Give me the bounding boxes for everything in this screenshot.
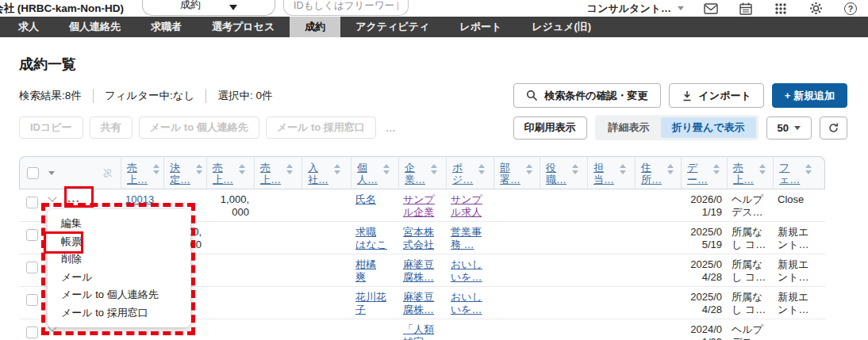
collapsed-view-button[interactable]: 折り畳んで表示 — [661, 117, 756, 138]
column-label[interactable]: 部 署… — [500, 162, 520, 185]
column-label[interactable]: 売 上… — [213, 162, 233, 185]
record-link[interactable]: 麻婆豆 腐株… — [403, 258, 434, 283]
user-menu[interactable]: コンサルタント… — [587, 2, 684, 16]
print-view-button[interactable]: 印刷用表示 — [513, 117, 587, 139]
row-checkbox[interactable] — [26, 327, 38, 338]
tab-candidates[interactable]: 求職者 — [136, 17, 197, 37]
sort-icon[interactable] — [713, 164, 720, 174]
sort-icon[interactable] — [239, 164, 245, 174]
column-header-kettei[interactable]: 決 定… — [163, 156, 206, 189]
menu-item-mail[interactable]: メール — [48, 269, 190, 287]
record-link[interactable]: 柑橘 爽 — [355, 258, 376, 283]
sort-icon[interactable] — [667, 164, 674, 174]
column-header-busho[interactable]: 部 署… — [494, 156, 540, 189]
row-checkbox[interactable] — [26, 197, 38, 208]
column-label[interactable]: ポ ジ… — [452, 162, 473, 185]
column-header-date[interactable]: デ ー… — [681, 156, 727, 189]
record-link[interactable]: サンプ ル求人 — [451, 193, 482, 218]
column-header-yakushoku[interactable]: 役 職… — [540, 156, 587, 189]
apps-grid-icon[interactable] — [773, 2, 789, 16]
mail-icon[interactable] — [703, 2, 719, 16]
sort-icon[interactable] — [334, 164, 340, 174]
column-label[interactable]: フ ェ… — [779, 162, 800, 185]
sort-icon[interactable] — [620, 164, 626, 174]
row-more-button[interactable]: ... — [67, 192, 80, 204]
column-header-uriage-2[interactable]: 売 上… — [254, 156, 301, 189]
tab-selection-process[interactable]: 選考プロセス — [197, 17, 290, 37]
search-conditions-button[interactable]: 検索条件の確認・変更 — [513, 83, 660, 108]
column-header-kojin[interactable]: 個 人… — [351, 156, 398, 189]
column-label[interactable]: 住 所… — [641, 162, 662, 185]
column-label[interactable]: 決 定… — [170, 162, 190, 185]
detail-view-button[interactable]: 詳細表示 — [597, 117, 661, 138]
menu-item-delete[interactable]: 削除 — [48, 250, 190, 269]
sort-icon[interactable] — [526, 164, 532, 174]
record-link[interactable]: 求職 はなこ — [355, 226, 387, 250]
column-header-uriage-1[interactable]: 売 上… — [206, 156, 254, 189]
column-header-jusho[interactable]: 住 所… — [635, 156, 681, 189]
tab-activity[interactable]: アクティビティ — [340, 17, 444, 37]
import-button[interactable]: インポート — [669, 83, 764, 108]
sort-icon[interactable] — [759, 164, 766, 174]
record-link[interactable]: サンプ ル企業 — [403, 193, 435, 218]
select-menu-caret-icon[interactable] — [48, 171, 55, 175]
record-link[interactable]: 「人類 補完… — [403, 323, 434, 340]
sort-icon[interactable] — [431, 164, 437, 174]
column-header-uriage-3[interactable]: 売 上… — [727, 156, 773, 189]
column-header-kigyo[interactable]: 企 業… — [398, 156, 446, 189]
menu-item-mail-to-contact[interactable]: メール to 個人連絡先 — [48, 286, 190, 304]
column-label[interactable]: 売 上… — [733, 162, 754, 185]
record-link[interactable]: 花川花 子 — [355, 291, 386, 315]
menu-item-form[interactable]: 帳票 — [48, 233, 190, 251]
sort-icon[interactable] — [805, 164, 812, 174]
tab-placements[interactable]: 成約 — [290, 17, 340, 37]
sort-icon[interactable] — [572, 164, 578, 174]
record-link[interactable]: おいし いを… — [451, 258, 482, 283]
column-label[interactable]: 入 社… — [308, 162, 328, 185]
sort-icon[interactable] — [383, 164, 390, 174]
column-label[interactable]: 売 上… — [127, 162, 148, 185]
unlink-icon[interactable] — [102, 167, 113, 179]
sort-icon[interactable] — [478, 164, 485, 174]
global-search-input[interactable] — [283, 0, 409, 16]
tab-jobs[interactable]: 求人 — [3, 17, 54, 37]
record-link[interactable]: 10013 — [125, 193, 154, 205]
column-label[interactable]: 担 当… — [593, 162, 614, 185]
sort-icon[interactable] — [196, 164, 202, 174]
row-checkbox[interactable] — [26, 294, 38, 306]
column-label[interactable]: 役 職… — [546, 162, 567, 185]
column-label[interactable]: 企 業… — [405, 162, 425, 185]
record-link[interactable]: おいし いを… — [451, 291, 482, 315]
sort-icon[interactable] — [153, 164, 159, 174]
menu-item-mail-to-hiring-window[interactable]: メール to 採用窓口 — [48, 304, 190, 323]
column-label[interactable]: 個 人… — [357, 162, 378, 185]
row-checkbox[interactable] — [26, 262, 38, 273]
column-header-nyusha[interactable]: 入 社… — [301, 156, 351, 189]
sort-icon[interactable] — [286, 164, 293, 174]
column-label[interactable]: デ ー… — [687, 162, 708, 185]
select-all-checkbox[interactable] — [27, 167, 39, 179]
settings-gear-icon[interactable] — [808, 2, 824, 16]
tab-report[interactable]: レポート — [444, 17, 517, 37]
record-link[interactable]: 営業事 務 … — [451, 226, 482, 250]
menu-item-edit[interactable]: 編集 — [48, 215, 190, 233]
column-header-tanto[interactable]: 担 当… — [587, 156, 635, 189]
record-link[interactable]: 氏名 — [355, 193, 376, 205]
column-header-position[interactable]: ポ ジ… — [446, 156, 494, 189]
refresh-button[interactable] — [820, 117, 847, 139]
column-header-phase[interactable]: フ ェ… — [773, 156, 825, 189]
page-size-select[interactable]: 50 — [766, 117, 812, 139]
record-link[interactable]: 宮本株 式会社 — [403, 226, 434, 250]
tab-resume-old[interactable]: レジュメ(旧) — [517, 17, 606, 37]
row-checkbox[interactable] — [26, 229, 38, 241]
column-label[interactable]: 売 上… — [260, 162, 281, 185]
tab-personal-contacts[interactable]: 個人連絡先 — [54, 17, 136, 37]
column-header-sales-id[interactable]: 売 上… — [121, 156, 163, 189]
module-select[interactable]: 成約 — [142, 0, 275, 16]
help-icon[interactable]: ? — [843, 2, 858, 16]
record-link[interactable]: 麻婆豆 腐株… — [403, 291, 434, 315]
row-expand-chevron-icon[interactable] — [48, 193, 56, 201]
add-new-button[interactable]: + 新規追加 — [772, 83, 847, 108]
cell-yakushoku — [540, 254, 587, 287]
calendar-icon[interactable] — [738, 2, 754, 16]
